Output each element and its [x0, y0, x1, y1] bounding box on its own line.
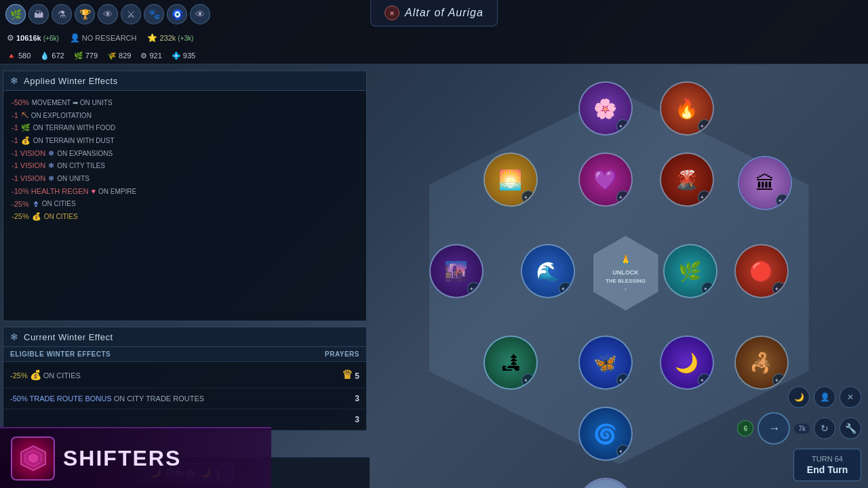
- altar-title-text: Altar of Auriga: [405, 7, 484, 19]
- nav-arrow-button[interactable]: →: [757, 412, 790, 445]
- top-icon-alchemy[interactable]: ⚗: [52, 4, 72, 24]
- effect-row-2[interactable]: -50% TRADE ROUTE BONUS ON CITY TRADE ROU…: [3, 388, 366, 409]
- shifters-logo: [11, 436, 55, 481]
- col-effect: ELIGIBLE WINTER EFFECTS: [3, 347, 298, 362]
- node-lower-center-left[interactable]: 🦋 ✦✦: [578, 336, 633, 390]
- node-far-right-lower-badge: ✦✦: [772, 373, 786, 387]
- food-icon: 🔺: [7, 52, 16, 60]
- gem-val: 935: [183, 52, 195, 60]
- grain-val: 829: [119, 52, 131, 60]
- winter-icon: ❄: [10, 75, 18, 86]
- star-icon: ⭐: [147, 33, 157, 43]
- effects-list: -50% MOVEMENT ➡ ON UNITS -1 ⛏ ON EXPLOIT…: [3, 91, 366, 228]
- res-grain: 🌾829: [107, 52, 131, 60]
- node-top-right[interactable]: 🔥 ✦✦: [660, 81, 714, 136]
- node-far-right-top[interactable]: 🏛 ✦✦: [738, 156, 792, 210]
- node-far-right-lower[interactable]: 🦂 ✦✦: [734, 336, 789, 390]
- effect-cell-1: -25% 💰 ON CITIES: [3, 362, 298, 388]
- prayers-cell-3: 3: [298, 409, 366, 430]
- unlock-line1: UNLOCK: [606, 268, 646, 277]
- center-hex-icon: 🙏: [606, 253, 646, 267]
- research-value: NO RESEARCH: [82, 34, 137, 42]
- node-mid-right-badge: ✦✦: [701, 282, 715, 296]
- effect-row-1[interactable]: -25% 💰 ON CITIES ♛ 5: [3, 362, 366, 388]
- altar-title-bar: × Altar of Auriga: [370, 0, 498, 26]
- gear-icon: ⚙: [140, 52, 147, 60]
- effect-3: -1 🌿 ON TERRAIN WITH FOOD: [12, 121, 358, 134]
- node-mid-upper-center[interactable]: 🌋 ✦✦: [660, 152, 714, 207]
- node-mid-upper-center-left[interactable]: 💜 ✦✦: [578, 152, 633, 207]
- node-mid-upper-left[interactable]: 🌅 ✦✦: [484, 152, 538, 207]
- research-icon: 👤: [70, 33, 80, 43]
- effect-table: ELIGIBLE WINTER EFFECTS PRAYERS -25% 💰 O…: [3, 347, 366, 430]
- bottom-right-controls: 🌙 👤 ✕ 6 → 7k ↻ 🔧 TURN 64 End Turn: [737, 386, 861, 481]
- bottom-person-btn[interactable]: 👤: [814, 386, 835, 408]
- node-mid-left-badge: ✦✦: [559, 282, 572, 296]
- end-turn-label: End Turn: [805, 464, 850, 475]
- node-far-right-mid[interactable]: 🔴 ✦✦: [734, 244, 789, 298]
- node-top[interactable]: 🌸 ✦✦: [578, 81, 633, 136]
- res-nature: 🌿779: [74, 52, 98, 60]
- node-far-left-badge: ✦✦: [467, 282, 481, 296]
- bottom-x-btn[interactable]: ✕: [840, 386, 861, 408]
- shifters-logo-svg: [20, 445, 47, 472]
- effect-table-header: ELIGIBLE WINTER EFFECTS PRAYERS: [3, 347, 366, 362]
- top-icon-trophy[interactable]: 🏆: [75, 4, 95, 24]
- node-lower-left[interactable]: 🏞 ✦✦: [484, 336, 538, 390]
- node-bottom-center-badge: ✦✦: [616, 445, 630, 458]
- node-top-right-badge: ✦✦: [698, 119, 711, 133]
- node-far-left[interactable]: 🌆 ✦✦: [429, 244, 484, 298]
- effect-5: -1 VISION ❄ ON EXPANSIONS: [12, 147, 358, 160]
- top-icon-eye[interactable]: 👁: [98, 4, 118, 24]
- nav-row: 6 → 7k ↻ 🔧: [737, 412, 861, 445]
- winter-effects-title: Applied Winter Effects: [24, 76, 118, 86]
- node-bottom[interactable]: 🏔 ✦✦: [578, 478, 633, 488]
- current-winter-icon: ❄: [10, 331, 18, 342]
- node-lower-center-right[interactable]: 🌙 ✦✦: [660, 336, 714, 390]
- current-effect-panel: ❄ Current Winter Effect ELIGIBLE WINTER …: [3, 327, 367, 431]
- node-mid-upper-center-badge: ✦✦: [698, 190, 711, 204]
- wrench-btn[interactable]: 🔧: [840, 418, 861, 439]
- effect-10: -25% 💰 ON CITIES: [12, 210, 358, 223]
- grain-icon: 🌾: [107, 52, 117, 60]
- winter-effects-panel: ❄ Applied Winter Effects -50% MOVEMENT ➡…: [3, 70, 367, 321]
- water-icon: 💧: [40, 52, 50, 60]
- industry-value: 10616k: [16, 34, 41, 42]
- end-turn-button[interactable]: TURN 64 End Turn: [793, 449, 861, 481]
- close-button[interactable]: ×: [384, 5, 399, 20]
- industry-bonus: (+6k): [43, 35, 59, 42]
- top-stats-row: ⚙ 10616k (+6k) 👤 NO RESEARCH ⭐ 232k (+3k…: [0, 28, 868, 47]
- counter-badge: 6: [737, 420, 753, 436]
- node-far-right-top-badge: ✦✦: [776, 194, 789, 207]
- node-mid-left[interactable]: 🌊 ✦✦: [521, 244, 575, 298]
- node-far-right-mid-badge: ✦✦: [772, 282, 786, 296]
- top-icon-sword[interactable]: ⚔: [121, 4, 141, 24]
- node-bottom-center[interactable]: 🌀 ✦✦: [578, 407, 633, 461]
- top-icon-vision[interactable]: 👁: [190, 4, 210, 24]
- top-icon-mountain[interactable]: 🏔: [28, 4, 49, 24]
- research-stat: 👤 NO RESEARCH: [70, 33, 137, 43]
- dust-group: 7k: [794, 424, 810, 434]
- node-top-badge: ✦✦: [616, 119, 630, 133]
- col-prayers: PRAYERS: [298, 347, 366, 362]
- top-icon-paw[interactable]: 🐾: [144, 4, 164, 24]
- shifters-bar: SHIFTERS: [0, 427, 271, 488]
- crown-icon: ♛: [342, 368, 353, 382]
- res-food: 🔺580: [7, 52, 31, 60]
- node-lower-center-left-badge: ✦✦: [616, 373, 630, 387]
- top-icon-nature[interactable]: 🌿: [5, 4, 26, 24]
- dust-count: 7k: [794, 424, 810, 434]
- res-water: 💧672: [40, 52, 64, 60]
- effect-6: -1 VISION ❄ ON CITY TILES: [12, 159, 358, 172]
- gear-val: 921: [149, 52, 161, 60]
- top-icon-orb[interactable]: 🧿: [167, 4, 187, 24]
- shifters-name: SHIFTERS: [63, 446, 181, 471]
- industry-stat: ⚙ 10616k (+6k): [7, 33, 59, 43]
- current-effect-title: Current Winter Effect: [24, 332, 113, 342]
- bottom-left-btn[interactable]: 🌙: [788, 386, 810, 408]
- refresh-btn[interactable]: ↻: [814, 418, 835, 439]
- water-val: 672: [52, 52, 64, 60]
- nature-val: 779: [85, 52, 98, 60]
- current-effect-header: ❄ Current Winter Effect: [3, 327, 366, 347]
- node-mid-right[interactable]: 🌿 ✦✦: [663, 244, 717, 298]
